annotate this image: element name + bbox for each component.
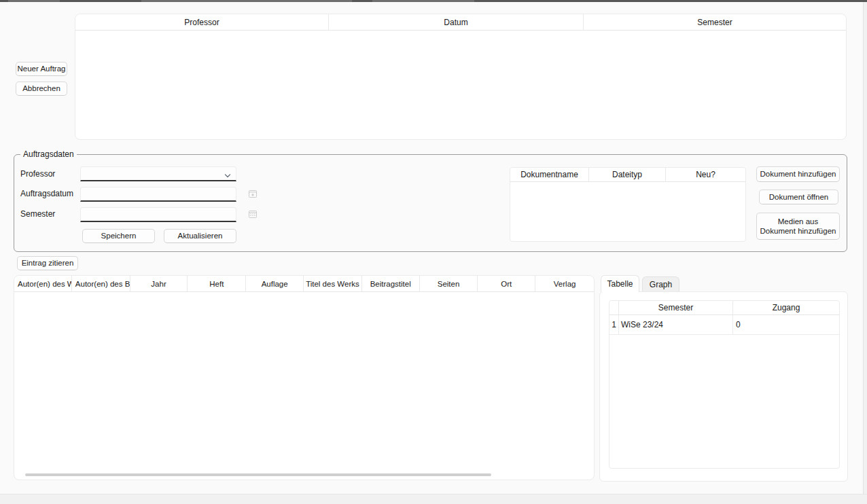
documents-table-header: Dokumentname Dateityp Neu?	[510, 168, 745, 182]
professor-label: Professor	[20, 169, 55, 179]
stats-column-zugang[interactable]: Zugang	[733, 301, 839, 314]
documents-column-new[interactable]: Neu?	[666, 168, 745, 181]
documents-table-body[interactable]	[510, 182, 745, 241]
semester-input-value[interactable]	[81, 209, 236, 221]
order-date-input-value[interactable]	[81, 188, 236, 201]
entries-column-work-authors[interactable]: Autor(en) des Werks	[14, 276, 72, 291]
window-bottom-edge	[0, 494, 867, 504]
entries-table-body[interactable]	[14, 292, 594, 472]
tab-graph[interactable]: Graph	[642, 276, 679, 291]
entries-column-work-title[interactable]: Titel des Werks	[304, 276, 362, 291]
orders-column-semester[interactable]: Semester	[584, 14, 846, 30]
order-date-label: Auftragsdatum	[20, 189, 73, 198]
entries-column-publisher[interactable]: Verlag	[535, 276, 594, 291]
professor-combobox-value[interactable]	[81, 168, 236, 181]
orders-table-header: Professor Datum Semester	[75, 14, 846, 31]
zugang-cell[interactable]: 0	[733, 315, 839, 334]
table-row[interactable]: 1 WiSe 23/24 0	[609, 315, 839, 335]
open-document-button[interactable]: Dokument öffnen	[759, 190, 838, 204]
add-document-button[interactable]: Dokument hinzufügen	[756, 166, 840, 182]
entries-column-year[interactable]: Jahr	[130, 276, 188, 291]
row-number: 1	[609, 315, 619, 334]
semester-cell[interactable]: WiSe 23/24	[619, 315, 733, 334]
new-order-button[interactable]: Neuer Auftrag	[16, 62, 67, 76]
cancel-button[interactable]: Abbrechen	[16, 82, 67, 96]
order-data-groupbox-title: Auftragsdaten	[20, 149, 77, 159]
add-media-button[interactable]: Medien aus Dokument hinzufügen	[756, 213, 840, 240]
order-date-input[interactable]	[80, 187, 236, 202]
entries-column-issue[interactable]: Heft	[188, 276, 246, 291]
documents-column-filetype[interactable]: Dateityp	[589, 168, 666, 181]
stats-column-semester[interactable]: Semester	[619, 301, 733, 314]
documents-table: Dokumentname Dateityp Neu?	[510, 167, 746, 242]
tab-tabelle[interactable]: Tabelle	[601, 275, 639, 292]
refresh-button[interactable]: Aktualisieren	[164, 229, 236, 243]
window-right-edge	[863, 2, 867, 494]
professor-combobox[interactable]	[80, 166, 236, 181]
semester-label: Semester	[20, 209, 55, 219]
semester-stats-header: Semester Zugang	[609, 301, 839, 315]
entries-column-place[interactable]: Ort	[478, 276, 535, 291]
application-window: Professor Datum Semester Neuer Auftrag A…	[0, 0, 867, 504]
save-button[interactable]: Speichern	[82, 229, 155, 243]
orders-table: Professor Datum Semester	[75, 14, 847, 140]
semester-input[interactable]	[80, 207, 236, 222]
orders-column-datum[interactable]: Datum	[329, 14, 584, 30]
entries-table: Autor(en) des Werks Autor(en) des Beitra…	[14, 275, 595, 480]
row-number-gutter	[609, 301, 619, 314]
calendar-grid-icon[interactable]	[248, 209, 258, 219]
entries-column-pages[interactable]: Seiten	[420, 276, 478, 291]
calendar-today-icon[interactable]	[248, 189, 258, 198]
entries-column-edition[interactable]: Auflage	[246, 276, 304, 291]
entries-column-contribution-authors[interactable]: Autor(en) des Beitrags	[72, 276, 130, 291]
horizontal-scrollbar[interactable]	[25, 473, 491, 476]
orders-table-body[interactable]	[75, 31, 846, 139]
entries-column-contribution-title[interactable]: Beitragstitel	[362, 276, 420, 291]
stats-tab-pane: Semester Zugang 1 WiSe 23/24 0	[599, 291, 848, 482]
orders-column-professor[interactable]: Professor	[75, 14, 329, 30]
cite-entry-button[interactable]: Eintrag zitieren	[17, 256, 78, 270]
documents-column-name[interactable]: Dokumentname	[510, 168, 589, 181]
window-top-edge	[0, 0, 867, 2]
entries-table-header: Autor(en) des Werks Autor(en) des Beitra…	[14, 276, 594, 292]
semester-stats-table: Semester Zugang 1 WiSe 23/24 0	[609, 300, 840, 469]
